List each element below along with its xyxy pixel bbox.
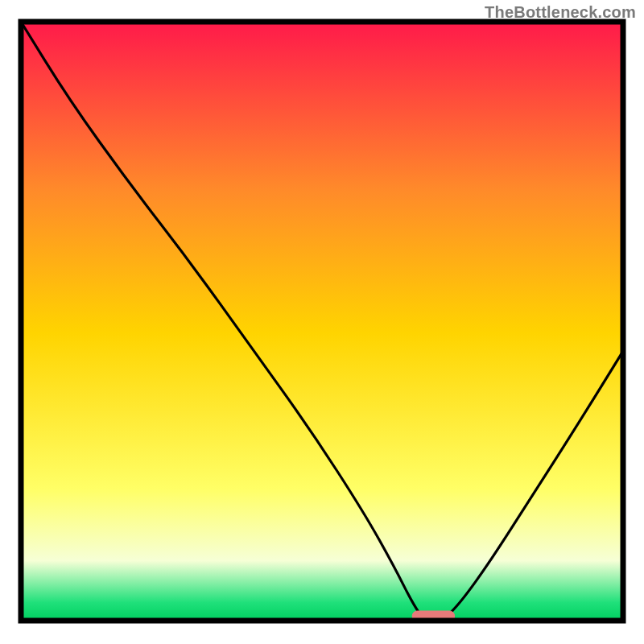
gradient-background: [21, 22, 623, 621]
chart-stage: TheBottleneck.com: [0, 0, 644, 644]
bottleneck-chart: [0, 0, 644, 644]
attribution-text: TheBottleneck.com: [485, 3, 636, 22]
plot-area: [21, 22, 623, 621]
